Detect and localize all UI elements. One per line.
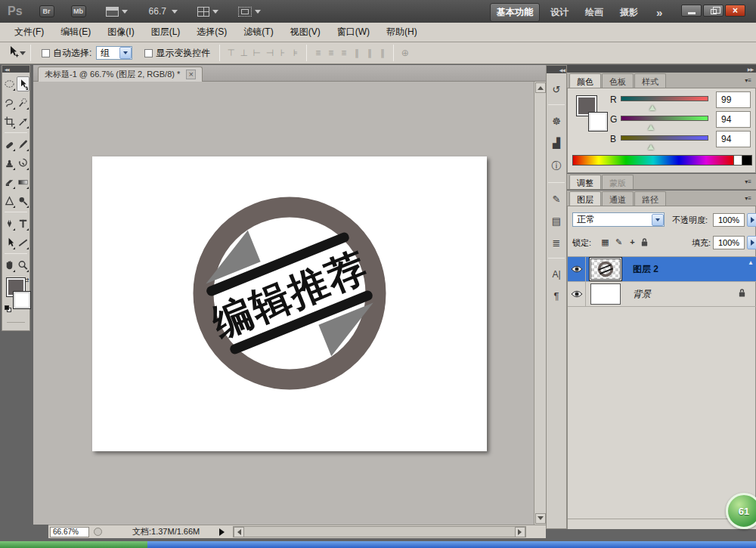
arrange-documents-button[interactable] xyxy=(197,6,218,17)
eyedropper-tool[interactable] xyxy=(17,114,29,129)
layer-row-layer2[interactable]: 图层 2 ▲ xyxy=(568,257,756,282)
document-tab[interactable]: 未标题-1 @ 66.7% (图层 2, RGB/8) * × xyxy=(38,67,203,82)
show-transform-checkbox[interactable] xyxy=(144,49,153,57)
scroll-hint-icon[interactable]: ▲ xyxy=(748,259,754,266)
hand-tool[interactable] xyxy=(3,258,16,273)
scroll-right-button[interactable] xyxy=(515,527,525,537)
taskbar-green-segment[interactable] xyxy=(0,541,147,548)
brush-tool[interactable] xyxy=(17,137,29,152)
scroll-down-button[interactable] xyxy=(535,513,546,524)
blue-slider-thumb[interactable] xyxy=(648,141,654,150)
close-tab-icon[interactable]: × xyxy=(186,70,196,79)
navigator-icon[interactable]: ☸ xyxy=(547,116,566,127)
workspace-design[interactable]: 设计 xyxy=(544,4,575,21)
dodge-tool[interactable] xyxy=(17,194,29,209)
align-vertical-centers-icon[interactable]: ⊥ xyxy=(237,48,250,58)
align-bottom-edges-icon[interactable]: ⊢ xyxy=(250,48,263,58)
color-spectrum-ramp[interactable] xyxy=(572,155,752,166)
lock-position-icon[interactable]: + xyxy=(627,237,638,248)
background-color-swatch[interactable] xyxy=(589,113,607,131)
align-left-edges-icon[interactable]: ⊣ xyxy=(263,48,276,58)
workspace-painting[interactable]: 绘画 xyxy=(579,4,609,21)
tab-adjustments[interactable]: 调整 xyxy=(569,175,601,189)
tab-masks[interactable]: 蒙版 xyxy=(602,175,634,189)
workspace-photography[interactable]: 摄影 xyxy=(614,4,644,21)
blend-mode-dropdown[interactable]: 正常 xyxy=(572,212,665,227)
layer-thumbnail[interactable] xyxy=(590,283,621,305)
panel-menu-icon[interactable]: ▾≡ xyxy=(745,178,751,185)
lasso-tool[interactable] xyxy=(3,95,16,110)
align-right-edges-icon[interactable]: ⊧ xyxy=(289,48,302,58)
menu-view[interactable]: 视图(V) xyxy=(282,23,329,42)
opacity-slider-button[interactable] xyxy=(747,213,756,227)
menu-edit[interactable]: 编辑(E) xyxy=(52,23,99,42)
quick-selection-tool[interactable] xyxy=(17,95,29,110)
workspace-overflow-chevron[interactable]: » xyxy=(656,6,662,19)
character-panel-icon[interactable]: A| xyxy=(547,269,566,280)
elliptical-marquee-tool[interactable] xyxy=(3,76,16,91)
panel-menu-icon[interactable]: ▾≡ xyxy=(745,195,751,202)
align-horizontal-centers-icon[interactable]: ⊦ xyxy=(276,48,289,58)
layer-row-background[interactable]: 背景 xyxy=(568,282,756,307)
clone-source-icon[interactable]: ▤ xyxy=(547,215,566,227)
layer-name[interactable]: 图层 2 xyxy=(633,263,658,276)
tab-swatches[interactable]: 色板 xyxy=(602,73,634,88)
workspace-essentials[interactable]: 基本功能 xyxy=(490,3,540,22)
fill-slider-button[interactable] xyxy=(747,236,756,249)
distribute-bottom-edges-icon[interactable]: ≡ xyxy=(337,48,350,58)
align-top-edges-icon[interactable]: ⊤ xyxy=(225,48,237,58)
menu-filter[interactable]: 滤镜(T) xyxy=(235,23,281,42)
restore-button[interactable] xyxy=(703,5,723,17)
distribute-left-edges-icon[interactable]: ∥ xyxy=(350,48,363,58)
tab-channels[interactable]: 通道 xyxy=(602,191,634,206)
view-extras-button[interactable] xyxy=(106,6,128,17)
layer-thumbnail-cell[interactable] xyxy=(586,282,625,307)
gradient-tool[interactable] xyxy=(17,175,29,190)
auto-select-dropdown[interactable]: 组 xyxy=(96,46,132,60)
notification-badge[interactable]: 61 xyxy=(726,493,756,529)
distribute-top-edges-icon[interactable]: ≡ xyxy=(311,48,324,58)
scroll-up-button[interactable] xyxy=(535,82,546,93)
close-button[interactable]: × xyxy=(725,5,745,17)
lock-transparent-pixels-icon[interactable]: ▦ xyxy=(600,237,611,248)
layer-comps-icon[interactable]: ≣ xyxy=(547,237,566,249)
lock-all-icon[interactable] xyxy=(640,237,649,250)
path-selection-tool[interactable] xyxy=(3,235,16,250)
os-taskbar[interactable] xyxy=(0,541,756,548)
mini-bridge-button[interactable]: Mb xyxy=(71,5,86,17)
green-slider[interactable] xyxy=(621,116,708,121)
background-color-swatch[interactable] xyxy=(14,292,30,308)
black-chip[interactable] xyxy=(742,156,751,165)
paragraph-panel-icon[interactable]: ¶ xyxy=(547,290,566,302)
brush-presets-icon[interactable]: ✎ xyxy=(547,194,566,205)
type-tool[interactable] xyxy=(17,216,29,231)
default-colors-icon[interactable] xyxy=(5,305,12,313)
tab-layers[interactable]: 图层 xyxy=(569,191,601,206)
info-icon[interactable]: ⓘ xyxy=(547,159,566,173)
menu-file[interactable]: 文件(F) xyxy=(6,23,52,42)
spot-healing-brush-tool[interactable] xyxy=(3,137,16,152)
scroll-left-button[interactable] xyxy=(234,527,244,537)
menu-window[interactable]: 窗口(W) xyxy=(329,23,378,42)
distribute-right-edges-icon[interactable]: ∥ xyxy=(376,48,389,58)
lock-image-pixels-icon[interactable]: ✎ xyxy=(613,237,624,248)
menu-select[interactable]: 选择(S) xyxy=(188,23,235,42)
eraser-tool[interactable] xyxy=(3,175,16,190)
tools-panel-header[interactable]: ◀◀ xyxy=(2,66,29,73)
auto-select-checkbox[interactable] xyxy=(42,49,50,57)
visibility-toggle[interactable] xyxy=(568,282,586,307)
minimize-button[interactable] xyxy=(681,5,702,17)
line-tool[interactable] xyxy=(17,235,29,250)
green-value-input[interactable]: 94 xyxy=(716,111,751,128)
auto-align-layers-icon[interactable]: ⊕ xyxy=(398,48,411,58)
vertical-scrollbar[interactable] xyxy=(534,82,546,525)
distribute-horizontal-centers-icon[interactable]: ∥ xyxy=(363,48,376,58)
pen-tool[interactable] xyxy=(3,216,16,231)
status-flyout-arrow-icon[interactable] xyxy=(219,528,228,536)
screen-mode-button[interactable] xyxy=(238,6,261,17)
white-chip[interactable] xyxy=(733,156,742,165)
tab-paths[interactable]: 路径 xyxy=(634,191,666,206)
menu-image[interactable]: 图像(I) xyxy=(99,23,142,42)
layer-thumbnail[interactable] xyxy=(590,259,621,280)
visibility-toggle[interactable] xyxy=(568,257,586,282)
